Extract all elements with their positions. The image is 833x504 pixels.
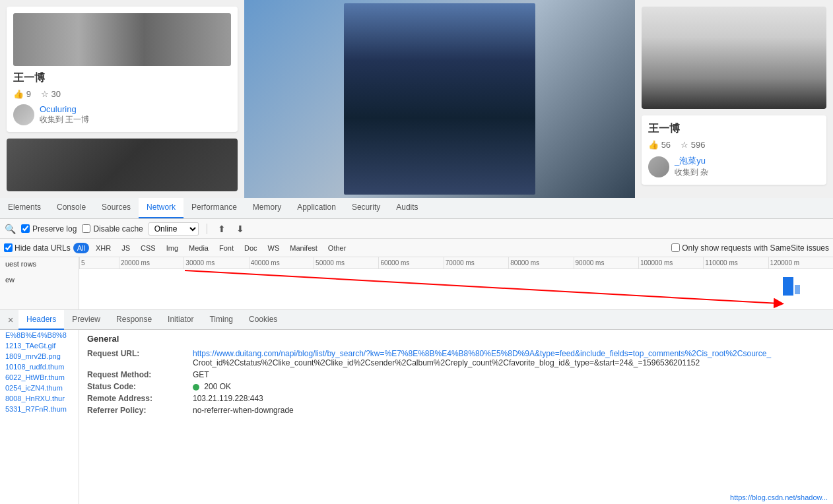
general-section-title: General: [87, 334, 825, 344]
left-item-6[interactable]: 8008_HnRXU.thur: [0, 393, 79, 404]
right-card-stats: 👍 56 ☆ 596: [648, 140, 820, 150]
panel-tab-response[interactable]: Response: [108, 310, 160, 330]
right-card-avatar: [648, 156, 669, 177]
bottom-csdn-link[interactable]: https://blog.csdn.net/shadow...: [730, 493, 828, 501]
website-content: 王一博 👍 9 ☆ 30 Oculuring 收集到 王一博: [0, 0, 833, 198]
card-1-avatar: [13, 104, 34, 125]
left-item-2[interactable]: 1809_mrv2B.png: [0, 351, 79, 362]
status-code-row: Status Code: 200 OK: [87, 382, 825, 391]
panel-tab-preview[interactable]: Preview: [64, 310, 108, 330]
right-card: 王一博 👍 56 ☆ 596 _泡菜yu 收集到 杂: [642, 115, 826, 185]
panel-tab-bar: × Headers Preview Response Initiator Tim…: [0, 310, 833, 330]
remote-address-value: 103.21.119.228:443: [193, 394, 825, 403]
card-column-left: 王一博 👍 9 ☆ 30 Oculuring 收集到 王一博: [0, 0, 244, 198]
toolbar-separator-1: [207, 224, 207, 234]
request-url-row: Request URL: https://www.duitang.com/nap…: [87, 349, 825, 367]
request-method-label: Request Method:: [87, 370, 193, 379]
panel-tab-cookies[interactable]: Cookies: [241, 310, 285, 330]
request-url-value[interactable]: https://www.duitang.com/napi/blog/list/b…: [193, 349, 825, 367]
filter-chip-css[interactable]: CSS: [137, 243, 160, 253]
tab-audits[interactable]: Audits: [388, 198, 426, 218]
panel-tab-headers[interactable]: Headers: [18, 310, 64, 330]
panel-close-button[interactable]: ×: [3, 312, 18, 328]
left-item-5[interactable]: 0254_icZN4.thum: [0, 383, 79, 393]
status-code-label: Status Code:: [87, 382, 193, 391]
card-1-title: 王一博: [13, 71, 231, 85]
disable-cache-checkbox[interactable]: Disable cache: [82, 224, 143, 234]
devtools-panel: Elements Console Sources Network Perform…: [0, 198, 833, 504]
remote-address-row: Remote Address: 103.21.119.228:443: [87, 394, 825, 403]
right-card-title: 王一博: [648, 122, 820, 136]
tab-security[interactable]: Security: [344, 198, 388, 218]
blue-bar-1: [783, 277, 793, 296]
status-code-value: 200 OK: [193, 382, 825, 391]
request-method-row: Request Method: GET: [87, 370, 825, 379]
right-card-collection: 收集到 杂: [675, 167, 708, 178]
tab-performance[interactable]: Performance: [183, 198, 245, 218]
network-toolbar: 🔍 Preserve log Disable cache Online Fast…: [0, 219, 833, 239]
timeline-labels: uest rows ew: [0, 257, 79, 309]
card-1: 王一博 👍 9 ☆ 30 Oculuring 收集到 王一博: [7, 7, 238, 132]
filter-chip-media[interactable]: Media: [185, 243, 213, 253]
filter-chip-manifest[interactable]: Manifest: [286, 243, 321, 253]
remote-address-label: Remote Address:: [87, 394, 193, 403]
card-1-stats: 👍 9 ☆ 30: [13, 89, 231, 99]
left-item-0[interactable]: E%8B%E4%B8%8: [0, 330, 79, 340]
request-method-value: GET: [193, 370, 825, 379]
filter-chip-js[interactable]: JS: [117, 243, 134, 253]
timeline-label-2: ew: [5, 276, 73, 284]
tab-sources[interactable]: Sources: [94, 198, 139, 218]
filter-chip-other[interactable]: Other: [324, 243, 350, 253]
request-url-label: Request URL:: [87, 349, 193, 358]
left-item-1[interactable]: 1213_TAeGt.gif: [0, 340, 79, 351]
right-card-username[interactable]: _泡菜yu: [675, 155, 708, 167]
filter-chip-font[interactable]: Font: [215, 243, 238, 253]
right-image: [642, 7, 826, 109]
filter-bar: Hide data URLs All XHR JS CSS Img Media …: [0, 239, 833, 257]
filter-chip-all[interactable]: All: [73, 243, 89, 253]
main-panel: General Request URL: https://www.duitang…: [79, 330, 833, 504]
panel-tab-timing[interactable]: Timing: [201, 310, 241, 330]
card-2-image: [7, 139, 238, 191]
left-item-7[interactable]: 5331_R7FnR.thum: [0, 404, 79, 414]
upload-icon[interactable]: ⬆: [215, 222, 228, 236]
panel-tab-initiator[interactable]: Initiator: [160, 310, 201, 330]
left-item-4[interactable]: 6022_HtWBr.thum: [0, 372, 79, 383]
preserve-log-checkbox[interactable]: Preserve log: [21, 224, 77, 234]
tab-memory[interactable]: Memory: [245, 198, 289, 218]
tab-network[interactable]: Network: [139, 198, 183, 218]
filter-right: Only show requests with SameSite issues: [671, 243, 829, 253]
filter-chip-ws[interactable]: WS: [264, 243, 284, 253]
waterfall-bars: [79, 270, 833, 309]
timeline-area: uest rows ew 5 20000 ms 30000 ms 40000 m…: [0, 257, 833, 310]
tab-console[interactable]: Console: [49, 198, 94, 218]
same-site-checkbox[interactable]: Only show requests with SameSite issues: [671, 243, 829, 253]
tab-elements[interactable]: Elements: [0, 198, 49, 218]
filter-chip-xhr[interactable]: XHR: [92, 243, 115, 253]
download-icon[interactable]: ⬇: [234, 222, 247, 236]
timeline-label-1: uest rows: [5, 260, 73, 268]
referrer-policy-label: Referrer Policy:: [87, 406, 193, 415]
bottom-panel: × Headers Preview Response Initiator Tim…: [0, 310, 833, 504]
filter-chip-img[interactable]: Img: [162, 243, 182, 253]
throttle-select[interactable]: Online Fast 3G Slow 3G Offline: [149, 222, 199, 236]
card-1-user: Oculuring 收集到 王一博: [13, 104, 231, 125]
left-panel: E%8B%E4%B8%8 1213_TAeGt.gif 1809_mrv2B.p…: [0, 330, 79, 504]
left-item-3[interactable]: 10108_rudfd.thum: [0, 362, 79, 372]
filter-chip-doc[interactable]: Doc: [240, 243, 261, 253]
referrer-policy-row: Referrer Policy: no-referrer-when-downgr…: [87, 406, 825, 415]
card-1-username[interactable]: Oculuring: [40, 104, 89, 114]
card-1-collection: 收集到 王一博: [40, 114, 89, 125]
right-card-user: _泡菜yu 收集到 杂: [648, 155, 820, 178]
timeline-ticks: 5 20000 ms 30000 ms 40000 ms 50000 ms 60…: [79, 257, 833, 269]
devtools-tab-bar: Elements Console Sources Network Perform…: [0, 198, 833, 219]
center-image: [244, 0, 635, 198]
timeline-graph: 5 20000 ms 30000 ms 40000 ms 50000 ms 60…: [79, 257, 833, 309]
tab-application[interactable]: Application: [289, 198, 344, 218]
referrer-policy-value: no-referrer-when-downgrade: [193, 406, 825, 415]
hide-data-urls-checkbox[interactable]: Hide data URLs: [4, 243, 71, 253]
blue-bar-2: [795, 285, 800, 294]
status-green-dot: [193, 384, 199, 391]
panel-body: E%8B%E4%B8%8 1213_TAeGt.gif 1809_mrv2B.p…: [0, 330, 833, 504]
search-icon[interactable]: 🔍: [4, 223, 16, 235]
